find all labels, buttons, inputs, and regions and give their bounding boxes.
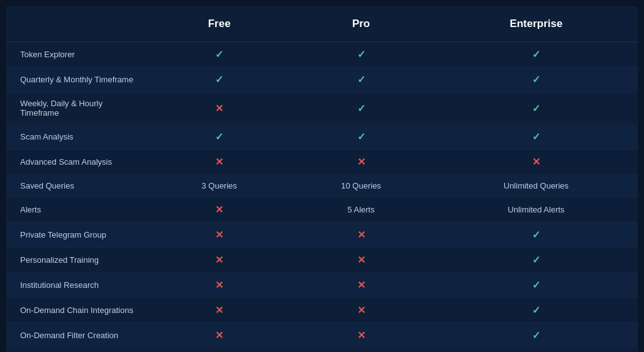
- enterprise-cell: ✓: [435, 248, 638, 273]
- table-row: Quarterly & Monthly Timeframe✓✓✓: [6, 67, 638, 92]
- enterprise-cell: ✓: [435, 67, 638, 92]
- feature-name-cell: Institutional Research: [6, 273, 151, 298]
- enterprise-cell: ✓: [435, 273, 638, 298]
- free-cell: ✓: [151, 42, 287, 67]
- header-feature-col: [6, 6, 151, 42]
- pro-cell: 10 Queries: [287, 175, 435, 197]
- enterprise-cell: ✕: [435, 150, 638, 175]
- enterprise-cell: ✓: [435, 348, 638, 353]
- feature-name-cell: Private Telegram Group: [6, 223, 151, 248]
- check-icon: ✓: [357, 74, 365, 85]
- feature-name-cell: Alerts: [6, 197, 151, 223]
- free-cell: ✕: [151, 248, 287, 273]
- feature-name-cell: Scam Analysis: [6, 124, 151, 150]
- table-row: On-Demand Chain Integrations✕✕✓: [6, 298, 638, 323]
- table-row: Private Telegram Group✕✕✓: [6, 223, 638, 248]
- check-icon: ✓: [532, 330, 540, 341]
- cell-text: 3 Queries: [201, 181, 236, 190]
- check-icon: ✓: [532, 74, 540, 85]
- enterprise-cell: Unlimited Queries: [435, 175, 638, 197]
- header-free-col: Free: [151, 6, 287, 42]
- pro-cell: ✓: [287, 124, 435, 150]
- table-row: On-Demand Filter Creation✕✕✓: [6, 323, 638, 348]
- check-icon: ✓: [357, 131, 365, 142]
- table-row: Advanced Scam Analysis✕✕✕: [6, 150, 638, 175]
- feature-name-cell: Saved Queries: [6, 175, 151, 197]
- enterprise-cell: ✓: [435, 323, 638, 348]
- cell-text: 10 Queries: [341, 181, 381, 190]
- free-cell: ✕: [151, 197, 287, 223]
- table-row: Alerts✕5 AlertsUnlimited Alerts: [6, 197, 638, 223]
- header-enterprise-col: Enterprise: [435, 6, 638, 42]
- free-cell: ✕: [151, 223, 287, 248]
- check-icon: ✓: [532, 49, 540, 60]
- feature-name-cell: On-Demand Chain Integrations: [6, 298, 151, 323]
- pro-cell: ✕: [287, 298, 435, 323]
- check-icon: ✓: [532, 131, 540, 142]
- check-icon: ✓: [532, 103, 540, 114]
- cross-icon: ✕: [215, 305, 223, 316]
- table-row: Institutional Research✕✕✓: [6, 273, 638, 298]
- free-cell: ✕: [151, 298, 287, 323]
- check-icon: ✓: [357, 49, 365, 60]
- cell-text: Unlimited Alerts: [508, 205, 564, 214]
- check-icon: ✓: [532, 255, 540, 265]
- pro-cell: ✕: [287, 348, 435, 353]
- cross-icon: ✕: [357, 280, 365, 290]
- pro-cell: ✓: [287, 42, 435, 67]
- cross-icon: ✕: [215, 229, 223, 240]
- table-row: Personalized Training✕✕✓: [6, 248, 638, 273]
- cell-text: 5 Alerts: [347, 205, 374, 214]
- check-icon: ✓: [532, 305, 540, 316]
- free-cell: 3 Queries: [151, 175, 287, 197]
- pro-cell: ✕: [287, 150, 435, 175]
- check-icon: ✓: [215, 74, 223, 85]
- pro-cell: ✕: [287, 248, 435, 273]
- header-pro-col: Pro: [287, 6, 435, 42]
- cross-icon: ✕: [215, 103, 223, 114]
- cross-icon: ✕: [215, 330, 223, 341]
- table-row: API✕✕✓: [6, 348, 638, 353]
- free-cell: ✕: [151, 323, 287, 348]
- feature-name-cell: Advanced Scam Analysis: [6, 150, 151, 175]
- cross-icon: ✕: [357, 330, 365, 341]
- feature-name-cell: On-Demand Filter Creation: [6, 323, 151, 348]
- pro-cell: ✕: [287, 323, 435, 348]
- pro-cell: 5 Alerts: [287, 197, 435, 223]
- check-icon: ✓: [215, 131, 223, 142]
- cross-icon: ✕: [215, 204, 223, 215]
- table-row: Saved Queries3 Queries10 QueriesUnlimite…: [6, 175, 638, 197]
- feature-name-cell: API: [6, 348, 151, 353]
- feature-name-cell: Weekly, Daily & Hourly Timeframe: [6, 92, 151, 124]
- check-icon: ✓: [357, 103, 365, 114]
- table-row: Scam Analysis✓✓✓: [6, 124, 638, 150]
- enterprise-cell: ✓: [435, 298, 638, 323]
- enterprise-cell: ✓: [435, 92, 638, 124]
- free-cell: ✕: [151, 273, 287, 298]
- feature-name-cell: Token Explorer: [6, 42, 151, 67]
- comparison-table: Free Pro Enterprise Token Explorer✓✓✓Qua…: [6, 6, 638, 352]
- free-cell: ✕: [151, 150, 287, 175]
- cross-icon: ✕: [215, 280, 223, 290]
- cross-icon: ✕: [532, 157, 540, 167]
- check-icon: ✓: [215, 49, 223, 60]
- enterprise-cell: ✓: [435, 223, 638, 248]
- pro-cell: ✓: [287, 67, 435, 92]
- free-cell: ✓: [151, 124, 287, 150]
- free-cell: ✕: [151, 92, 287, 124]
- feature-name-cell: Quarterly & Monthly Timeframe: [6, 67, 151, 92]
- cross-icon: ✕: [215, 157, 223, 167]
- free-cell: ✕: [151, 348, 287, 353]
- table-row: Token Explorer✓✓✓: [6, 42, 638, 67]
- enterprise-cell: Unlimited Alerts: [435, 197, 638, 223]
- cross-icon: ✕: [357, 157, 365, 167]
- pro-cell: ✕: [287, 273, 435, 298]
- check-icon: ✓: [532, 229, 540, 240]
- pro-cell: ✓: [287, 92, 435, 124]
- pro-cell: ✕: [287, 223, 435, 248]
- cell-text: Unlimited Queries: [504, 181, 569, 190]
- enterprise-cell: ✓: [435, 42, 638, 67]
- check-icon: ✓: [532, 280, 540, 290]
- enterprise-cell: ✓: [435, 124, 638, 150]
- cross-icon: ✕: [215, 255, 223, 265]
